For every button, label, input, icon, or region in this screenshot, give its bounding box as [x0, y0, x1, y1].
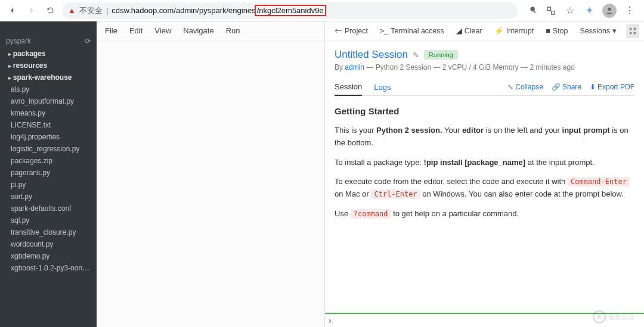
- download-icon: ⬇: [590, 83, 596, 91]
- tab-session[interactable]: Session: [335, 79, 362, 96]
- svg-point-0: [608, 7, 611, 10]
- url-text: cdsw.hadoop.com/admin/pyspark/engines/nk…: [112, 6, 326, 15]
- svg-rect-1: [630, 27, 632, 30]
- code-cmd-enter: Command-Enter: [568, 177, 630, 186]
- share-link[interactable]: 🔗Share: [552, 83, 581, 91]
- sessions-dropdown[interactable]: Sessions▾: [575, 24, 622, 38]
- menu-navigate[interactable]: Navigate: [183, 26, 213, 35]
- project-button[interactable]: 🡐Project: [330, 24, 373, 38]
- file-item[interactable]: pi.py: [0, 179, 97, 191]
- file-item[interactable]: avro_inputformat.py: [0, 95, 97, 107]
- profile-avatar[interactable]: [602, 4, 617, 18]
- menu-file[interactable]: File: [105, 26, 117, 35]
- input-prompt[interactable]: ›: [325, 313, 644, 327]
- bolt-icon: ⚡: [494, 26, 504, 35]
- session-meta: By admin — Python 2 Session — 2 vCPU / 4…: [335, 63, 634, 71]
- content-p4: Use ?command to get help on a particular…: [335, 208, 634, 220]
- forward-button[interactable]: [24, 4, 38, 18]
- file-item[interactable]: sort.py: [0, 191, 97, 203]
- file-item[interactable]: als.py: [0, 83, 97, 95]
- collapse-link[interactable]: ⤡Collapse: [507, 83, 543, 91]
- folder-item[interactable]: resources: [0, 60, 97, 71]
- editor-body[interactable]: [97, 41, 324, 327]
- extension-icon[interactable]: ✦: [583, 5, 595, 17]
- file-item[interactable]: xgboost-1.0.2-py3-none-man: [0, 262, 97, 274]
- insecure-label: 不安全: [79, 5, 103, 16]
- file-item[interactable]: logistic_regression.py: [0, 143, 97, 155]
- file-item[interactable]: spark-defaults.conf: [0, 203, 97, 214]
- back-button[interactable]: [5, 4, 19, 18]
- svg-rect-4: [634, 32, 636, 34]
- export-link[interactable]: ⬇Export PDF: [590, 83, 634, 91]
- file-item[interactable]: sql.py: [0, 214, 97, 226]
- code-ctrl-enter: Ctrl-Enter: [371, 189, 420, 199]
- menu-icon[interactable]: ⋮: [624, 5, 636, 17]
- stop-icon: ■: [546, 27, 550, 35]
- file-item[interactable]: packages.zip: [0, 155, 97, 167]
- browser-toolbar: ▲ 不安全 | cdsw.hadoop.com/admin/pyspark/en…: [0, 0, 644, 21]
- grid-button[interactable]: [626, 24, 639, 38]
- collapse-icon: ⤡: [507, 83, 513, 91]
- file-item[interactable]: LICENSE.txt: [0, 119, 97, 131]
- editor-pane: File Edit View Navigate Run: [97, 21, 325, 327]
- key-icon[interactable]: [526, 5, 538, 17]
- file-item[interactable]: log4j.properties: [0, 131, 97, 143]
- svg-rect-2: [634, 27, 636, 30]
- session-pane: 🡐Project >_Terminal access ◢Clear ⚡Inter…: [325, 21, 644, 327]
- file-item[interactable]: pagerank.py: [0, 167, 97, 179]
- content-p3: To execute code from the editor, select …: [335, 176, 634, 201]
- file-item[interactable]: kmeans.py: [0, 107, 97, 119]
- session-title: Untitled Session: [335, 49, 408, 61]
- clear-button[interactable]: ◢Clear: [451, 24, 487, 38]
- stop-button[interactable]: ■Stop: [541, 24, 572, 38]
- chevron-down-icon: ▾: [612, 26, 617, 35]
- terminal-button[interactable]: >_Terminal access: [375, 24, 449, 38]
- code-help: ?command: [351, 209, 391, 219]
- content-p2: To install a package type: !pip install …: [335, 157, 634, 169]
- editor-menu: File Edit View Navigate Run: [97, 21, 324, 41]
- svg-rect-3: [630, 32, 632, 34]
- menu-run[interactable]: Run: [226, 26, 240, 35]
- eraser-icon: ◢: [456, 26, 462, 35]
- file-tree: packages resources spark-warehouse als.p…: [0, 48, 97, 274]
- address-bar[interactable]: ▲ 不安全 | cdsw.hadoop.com/admin/pyspark/en…: [62, 2, 518, 19]
- file-sidebar: pyspark ⟳ packages resources spark-wareh…: [0, 21, 97, 327]
- refresh-icon[interactable]: ⟳: [85, 37, 91, 45]
- project-name: pyspark: [6, 37, 31, 45]
- share-icon: 🔗: [552, 83, 561, 91]
- terminal-icon: >_: [380, 27, 388, 35]
- file-item[interactable]: xgbdemo.py: [0, 250, 97, 262]
- translate-icon[interactable]: [545, 5, 557, 17]
- url-highlight: /nkgcl2em5anidv9e: [255, 5, 326, 16]
- prompt-chevron-icon: ›: [329, 316, 332, 325]
- content-heading: Getting Started: [335, 104, 634, 119]
- reload-button[interactable]: [43, 4, 57, 18]
- folder-item[interactable]: packages: [0, 48, 97, 60]
- file-item[interactable]: transitive_closure.py: [0, 226, 97, 238]
- session-user[interactable]: admin: [345, 63, 364, 71]
- star-icon[interactable]: ☆: [564, 5, 576, 17]
- session-toolbar: 🡐Project >_Terminal access ◢Clear ⚡Inter…: [325, 21, 644, 41]
- file-item[interactable]: wordcount.py: [0, 238, 97, 250]
- tab-logs[interactable]: Logs: [374, 79, 391, 95]
- back-arrow-icon: 🡐: [335, 27, 342, 35]
- session-tabs: Session Logs ⤡Collapse 🔗Share ⬇Export PD…: [335, 79, 634, 96]
- session-content: Getting Started This is your Python 2 se…: [325, 96, 644, 236]
- edit-title-icon[interactable]: ✎: [413, 51, 419, 60]
- project-header[interactable]: pyspark ⟳: [0, 35, 97, 48]
- menu-view[interactable]: View: [154, 26, 171, 35]
- content-p1: This is your Python 2 session. Your edit…: [335, 124, 634, 150]
- insecure-icon: ▲: [68, 6, 76, 15]
- status-badge: Running: [424, 50, 458, 60]
- menu-edit[interactable]: Edit: [129, 26, 143, 35]
- browser-actions: ☆ ✦ ⋮: [522, 4, 639, 18]
- folder-item[interactable]: spark-warehouse: [0, 71, 97, 83]
- interrupt-button[interactable]: ⚡Interrupt: [490, 24, 539, 38]
